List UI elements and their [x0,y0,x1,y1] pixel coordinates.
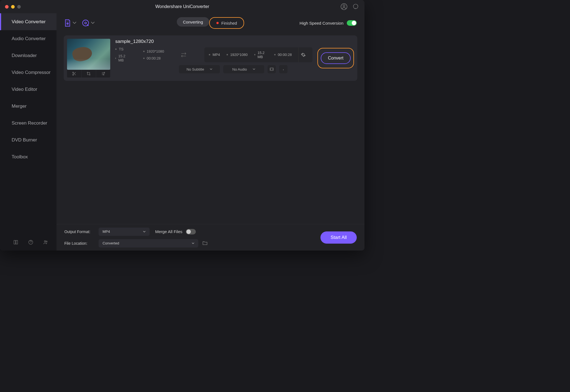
output-resolution: 1920*1080 [227,53,248,57]
main-panel: Converting Finished High Speed Conversio… [57,13,364,251]
help-icon[interactable] [28,239,34,245]
subtitle-select[interactable]: No Subtitle [179,65,220,73]
output-settings-box: MP4 1920*1080 15.2 MB 00:00:28 [204,47,312,62]
source-resolution: 1920*1080 [143,49,164,53]
notification-dot-icon [216,22,219,24]
nav-dvd-burner[interactable]: DVD Burner [0,131,57,148]
nav-label: Video Compressor [12,70,50,75]
chevron-down-icon [192,243,194,244]
file-location-label: File Location: [64,241,95,246]
file-location-select[interactable]: Converted [99,239,198,247]
output-format-label: Output Format: [64,229,95,234]
nav-label: Video Editor [12,87,37,92]
svg-point-5 [46,241,47,242]
expand-icon[interactable] [268,65,276,73]
finished-highlight: Finished [209,17,244,29]
nav-label: Audio Converter [12,36,46,42]
nav-label: Video Converter [12,19,46,25]
crop-icon[interactable] [82,70,96,78]
nav-video-compressor[interactable]: Video Compressor [0,64,57,81]
tab-converting[interactable]: Converting [177,17,209,27]
chevron-down-icon [253,68,255,70]
start-all-button[interactable]: Start All [320,231,357,244]
merge-toggle[interactable] [186,229,196,234]
trim-icon[interactable] [67,70,81,78]
output-format: MP4 [209,53,220,57]
info-icon[interactable] [279,65,287,73]
close-window-button[interactable] [5,5,9,9]
source-size: 15.2 MB [115,54,126,62]
add-dvd-button[interactable] [82,19,95,27]
nav-merger[interactable]: Merger [0,98,57,115]
app-title: Wondershare UniConverter [155,4,209,9]
file-name: sample_1280x720 [115,39,312,44]
account-icon[interactable] [340,3,348,11]
svg-point-10 [104,72,105,73]
chevron-down-icon [210,68,212,70]
nav-downloader[interactable]: Downloader [0,47,57,64]
nav-video-converter[interactable]: Video Converter [0,13,57,30]
tab-label: Finished [221,21,237,25]
convert-label: Convert [328,56,343,60]
svg-point-7 [85,22,87,24]
audio-select[interactable]: No Audio [223,65,264,73]
sidebar-footer [0,234,57,251]
status-tabs: Converting Finished [177,17,244,29]
output-settings-button[interactable] [298,47,308,62]
svg-point-1 [343,5,345,7]
file-list: sample_1280x720 TS 15.2 MB 1920*1080 00:… [57,33,364,224]
nav-label: Screen Recorder [12,120,47,126]
nav-audio-converter[interactable]: Audio Converter [0,30,57,47]
svg-point-8 [73,72,74,73]
tab-label: Converting [183,20,203,24]
svg-point-9 [73,74,74,75]
hsc-label: High Speed Conversion [300,21,343,25]
merge-label: Merge All Files [155,229,182,234]
audio-value: No Audio [232,67,247,71]
nav-video-editor[interactable]: Video Editor [0,81,57,98]
file-row: sample_1280x720 TS 15.2 MB 1920*1080 00:… [64,35,357,81]
hsc-toggle[interactable] [347,20,357,26]
nav-label: Downloader [12,53,37,58]
nav-label: DVD Burner [12,137,37,143]
file-info: sample_1280x720 TS 15.2 MB 1920*1080 00:… [115,39,312,73]
file-location-value: Converted [102,241,119,245]
nav-toolbox[interactable]: Toolbox [0,148,57,165]
nav-label: Toolbox [12,154,28,160]
high-speed-conversion: High Speed Conversion [300,20,357,26]
titlebar: Wondershare UniConverter [0,0,364,13]
window-controls [5,5,21,9]
maximize-window-button[interactable] [17,5,21,9]
open-folder-button[interactable] [202,240,208,246]
output-format-value: MP4 [102,229,110,234]
nav-screen-recorder[interactable]: Screen Recorder [0,115,57,131]
nav-list: Video Converter Audio Converter Download… [0,13,57,234]
swap-icon [181,51,187,58]
toolbar: Converting Finished High Speed Conversio… [57,13,364,33]
output-size: 15.2 MB [254,51,268,59]
convert-highlight: Convert [317,48,354,68]
output-duration: 00:00:28 [274,53,292,57]
svg-point-11 [103,74,104,75]
start-all-label: Start All [330,235,347,240]
source-duration: 00:00:28 [143,56,164,60]
convert-button[interactable]: Convert [321,52,351,64]
chevron-down-icon [143,231,146,233]
svg-point-2 [353,4,358,9]
thumbnail-tools [67,70,110,78]
video-thumbnail[interactable] [67,39,110,70]
svg-point-4 [44,241,46,242]
add-file-button[interactable] [64,19,76,27]
merge-all-files: Merge All Files [155,229,196,234]
output-format-select[interactable]: MP4 [99,228,150,236]
guide-icon[interactable] [13,239,19,245]
minimize-window-button[interactable] [11,5,15,9]
tab-finished[interactable]: Finished [210,18,243,28]
bottom-bar: Output Format: MP4 Merge All Files File … [57,224,364,251]
feedback-icon[interactable] [352,3,360,11]
subtitle-value: No Subtitle [186,67,204,71]
effects-icon[interactable] [96,70,110,78]
source-format: TS [115,47,126,51]
nav-label: Merger [12,104,27,109]
community-icon[interactable] [43,239,49,245]
